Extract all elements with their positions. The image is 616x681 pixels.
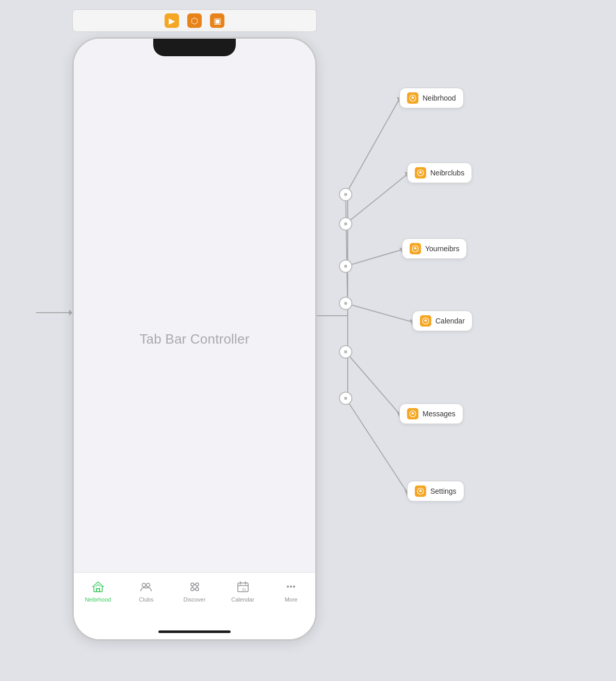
connector-yourneibrs <box>339 260 352 273</box>
svg-line-24 <box>346 250 402 266</box>
svg-point-16 <box>287 586 289 588</box>
phone-notch <box>153 39 236 56</box>
tab-bar: Neibrhood Clubs <box>74 572 315 639</box>
yourneibrs-vc-icon <box>410 243 421 254</box>
calendar-tab-label: Calendar <box>231 596 254 603</box>
more-tab-icon <box>283 579 299 594</box>
calendar-vc-label: Calendar <box>435 317 465 325</box>
svg-line-20 <box>346 99 399 194</box>
clubs-tab-icon <box>138 579 154 594</box>
svg-point-41 <box>425 319 427 321</box>
home-indicator <box>158 630 231 633</box>
vc-node-settings[interactable]: Settings <box>407 481 464 501</box>
tab-calendar[interactable]: 31 Calendar <box>219 579 267 603</box>
scheme-icon[interactable]: ▣ <box>210 13 224 28</box>
stop-icon[interactable]: ⬡ <box>187 13 202 28</box>
svg-point-39 <box>415 247 416 249</box>
svg-rect-0 <box>96 589 100 592</box>
settings-vc-label: Settings <box>430 487 457 495</box>
svg-point-2 <box>147 583 150 587</box>
svg-line-30 <box>346 352 399 414</box>
tab-clubs[interactable]: Clubs <box>122 579 171 603</box>
connector-neibrclubs <box>339 217 352 231</box>
calendar-vc-icon <box>420 315 431 327</box>
svg-point-17 <box>290 586 292 588</box>
discover-tab-label: Discover <box>184 596 206 603</box>
neibrhood-tab-icon <box>90 579 106 594</box>
tab-bar-controller-label: Tab Bar Controller <box>139 331 249 347</box>
connector-messages <box>339 345 352 359</box>
svg-line-32 <box>346 398 407 492</box>
svg-point-43 <box>412 412 414 414</box>
clubs-tab-label: Clubs <box>139 596 153 603</box>
svg-point-4 <box>196 583 199 586</box>
svg-point-6 <box>196 588 199 591</box>
connector-calendar <box>339 297 352 310</box>
vc-node-neibrclubs[interactable]: Neibrclubs <box>407 163 472 183</box>
calendar-tab-icon: 31 <box>235 579 251 594</box>
svg-point-37 <box>420 171 422 173</box>
messages-vc-label: Messages <box>423 410 456 418</box>
run-icon[interactable]: ▶ <box>165 13 179 28</box>
connector-neibrhood <box>339 188 352 201</box>
phone-frame: Tab Bar Controller Neibrhood <box>72 37 317 641</box>
diagram-canvas: Neibrhood Neibrclubs Yourneibrs <box>317 37 616 641</box>
svg-text:31: 31 <box>242 588 246 591</box>
svg-line-22 <box>346 174 407 224</box>
neibrhood-vc-icon <box>407 92 418 104</box>
vc-node-neibrhood[interactable]: Neibrhood <box>399 88 464 108</box>
vc-node-messages[interactable]: Messages <box>399 403 463 424</box>
connector-settings <box>339 392 352 405</box>
svg-point-5 <box>191 588 194 591</box>
settings-vc-icon <box>415 485 426 497</box>
svg-point-3 <box>191 583 194 586</box>
svg-point-45 <box>420 490 422 491</box>
xcode-toolbar: ▶ ⬡ ▣ <box>72 9 317 32</box>
tab-neibrhood[interactable]: Neibrhood <box>74 579 122 603</box>
discover-tab-icon <box>187 579 202 594</box>
neibrhood-tab-label: Neibrhood <box>85 596 111 603</box>
entry-arrow <box>36 312 72 313</box>
svg-point-18 <box>293 586 295 588</box>
vc-node-calendar[interactable]: Calendar <box>412 311 473 331</box>
svg-point-35 <box>412 96 414 98</box>
svg-line-28 <box>346 303 412 322</box>
yourneibrs-vc-label: Yourneibrs <box>425 245 459 253</box>
neibrclubs-vc-icon <box>415 167 426 179</box>
neibrhood-vc-label: Neibrhood <box>423 94 456 102</box>
messages-vc-icon <box>407 408 418 419</box>
more-tab-label: More <box>285 596 298 603</box>
tab-more[interactable]: More <box>267 579 315 603</box>
phone-screen: Tab Bar Controller <box>74 39 315 639</box>
svg-point-1 <box>142 583 146 587</box>
vc-node-yourneibrs[interactable]: Yourneibrs <box>402 238 467 259</box>
neibrclubs-vc-label: Neibrclubs <box>430 169 464 177</box>
tab-discover[interactable]: Discover <box>170 579 219 603</box>
